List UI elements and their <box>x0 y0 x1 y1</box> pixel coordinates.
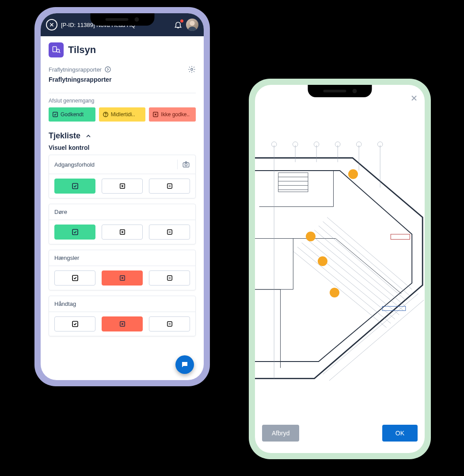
svg-point-3 <box>105 67 110 72</box>
check-square-icon <box>52 111 58 118</box>
app-logo[interactable] <box>46 19 57 30</box>
checklist-item-label: Døre <box>54 209 67 215</box>
checklist-item: Adgangsforhold <box>49 155 196 198</box>
checklist-item-label: Adgangsforhold <box>54 161 95 168</box>
item-na-button[interactable] <box>149 179 190 194</box>
phone-notch <box>90 13 154 26</box>
svg-point-10 <box>185 164 187 166</box>
checklist-item: Hængsler <box>49 250 196 290</box>
phone-left: [P-ID: 11389] Nova Head HQ Tilsyn <box>34 7 210 386</box>
review-label: Afslut gennemgang <box>49 98 196 104</box>
approve-button[interactable]: Godkendt <box>49 107 95 122</box>
x-square-icon <box>119 321 126 327</box>
question-circle-icon <box>103 111 109 118</box>
close-button[interactable] <box>410 94 418 103</box>
x-square-icon <box>119 275 126 281</box>
chat-icon <box>181 361 189 369</box>
user-avatar[interactable] <box>186 19 198 31</box>
breadcrumb[interactable]: Fraflytningsrapporter <box>49 66 111 73</box>
svg-rect-1 <box>53 47 57 52</box>
notifications-button[interactable] <box>174 20 183 29</box>
checklist-heading: Tjekliste <box>49 131 80 141</box>
item-approve-button[interactable] <box>54 179 95 194</box>
temporary-button[interactable]: Midlertidi.. <box>99 107 146 122</box>
svg-point-4 <box>191 69 193 71</box>
svg-rect-35 <box>391 234 410 240</box>
ok-button[interactable]: OK <box>382 425 418 442</box>
item-approve-button[interactable] <box>54 270 95 286</box>
svg-point-0 <box>190 21 194 26</box>
checklist-item-label: Hængsler <box>54 255 79 261</box>
close-icon <box>410 94 418 103</box>
minus-square-icon <box>167 275 173 281</box>
minus-square-icon <box>167 183 173 189</box>
item-na-button[interactable] <box>149 316 190 331</box>
check-square-icon <box>72 274 79 282</box>
minus-square-icon <box>167 321 173 327</box>
item-na-button[interactable] <box>149 225 190 240</box>
item-approve-button[interactable] <box>54 316 95 331</box>
checklist-item-label: Håndtag <box>54 301 76 307</box>
checklist-group-label: Visuel kontrol <box>49 144 196 151</box>
check-square-icon <box>72 228 79 236</box>
chevron-up-icon <box>85 133 92 140</box>
minus-square-icon <box>167 229 173 235</box>
plan-marker[interactable] <box>330 288 339 297</box>
page-header: Tilsyn <box>49 42 196 57</box>
checklist-toggle[interactable]: Tjekliste <box>49 131 196 141</box>
floorplan-drawing <box>255 107 425 404</box>
camera-icon <box>182 160 190 168</box>
breadcrumb-label: Fraflytningsrapporter <box>49 66 102 73</box>
checklist-item: Håndtag <box>49 296 196 336</box>
item-na-button[interactable] <box>149 270 190 286</box>
settings-button[interactable] <box>188 65 196 73</box>
camera-button[interactable] <box>177 160 190 169</box>
notification-dot <box>180 19 183 23</box>
x-square-icon <box>119 229 126 235</box>
item-reject-button[interactable] <box>102 270 143 286</box>
arrow-right-icon <box>104 66 111 73</box>
inspection-icon <box>49 42 64 57</box>
item-approve-button[interactable] <box>54 225 95 240</box>
svg-rect-37 <box>278 173 308 192</box>
cancel-button[interactable]: Afbryd <box>262 425 299 442</box>
item-reject-button[interactable] <box>102 225 143 240</box>
check-square-icon <box>72 320 79 327</box>
floorplan-canvas[interactable] <box>255 107 425 419</box>
reject-button[interactable]: Ikke godke.. <box>149 107 196 122</box>
phone-right: Afbryd OK <box>249 79 431 459</box>
svg-point-2 <box>57 49 60 52</box>
chat-fab[interactable] <box>175 355 194 374</box>
report-subtitle: Fraflytningsrapporter <box>49 76 196 83</box>
checklist-item: Døre <box>49 204 196 244</box>
svg-point-7 <box>105 116 106 116</box>
item-reject-button[interactable] <box>102 316 143 331</box>
item-reject-button[interactable] <box>102 179 143 194</box>
gear-icon <box>188 65 196 73</box>
check-square-icon <box>72 183 79 190</box>
phone-notch <box>308 85 372 97</box>
dialog-buttons: Afbryd OK <box>255 419 425 453</box>
x-square-icon <box>152 111 159 118</box>
x-square-icon <box>119 183 126 189</box>
divider <box>49 93 196 93</box>
page-title: Tilsyn <box>68 44 96 56</box>
